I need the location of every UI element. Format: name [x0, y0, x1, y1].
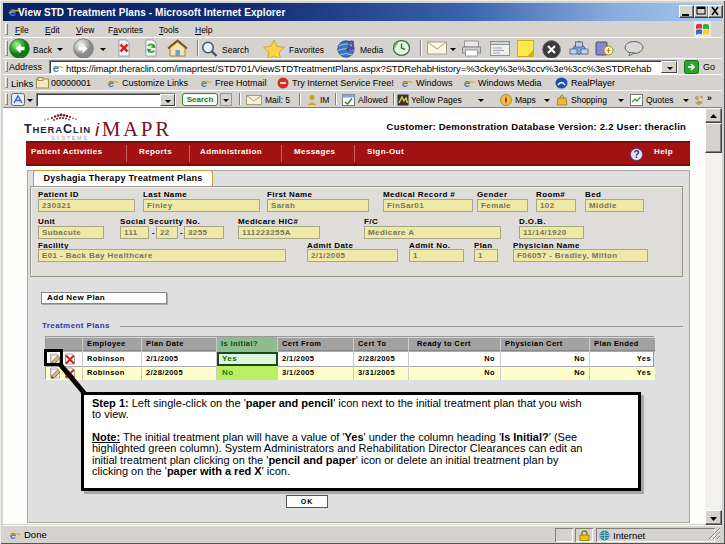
svg-text:SYSTEMS: SYSTEMS [51, 135, 88, 141]
svg-text:?: ? [633, 149, 639, 160]
